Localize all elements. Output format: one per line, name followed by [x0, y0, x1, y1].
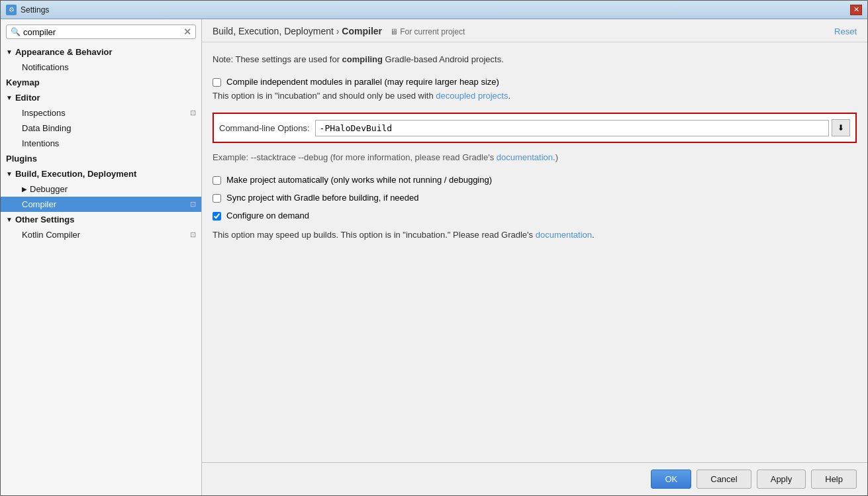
command-line-expand-button[interactable]: ⬇ — [832, 119, 850, 136]
app-icon: ⚙ — [6, 5, 17, 15]
command-line-input[interactable] — [315, 120, 829, 136]
expand-arrow-icon: ▼ — [6, 48, 13, 56]
sync-gradle-checkbox-row: Sync project with Gradle before building… — [213, 193, 857, 203]
expand-down-icon: ⬇ — [838, 123, 844, 132]
project-icon: 🖥 — [390, 27, 398, 36]
apply-button[interactable]: Apply — [757, 470, 806, 489]
sync-gradle-checkbox[interactable] — [213, 194, 221, 203]
configure-description: This option may speed up builds. This op… — [213, 228, 857, 242]
right-panel: Build, Execution, Deployment › Compiler … — [202, 19, 867, 495]
configure-on-demand-checkbox-row: Configure on demand — [213, 211, 857, 221]
expand-arrow-other-icon: ▼ — [6, 216, 13, 223]
command-line-label: Command-line Options: — [219, 123, 310, 133]
parallel-checkbox[interactable] — [213, 78, 221, 87]
sidebar-item-debugger[interactable]: ▶ Debugger — [1, 181, 201, 197]
expand-arrow-debugger-icon: ▶ — [22, 185, 27, 193]
breadcrumb: Build, Execution, Deployment › Compiler … — [213, 26, 465, 36]
command-line-section: Command-line Options: ⬇ — [213, 113, 857, 143]
footer: OK Cancel Apply Help — [202, 462, 867, 495]
configure-documentation-link[interactable]: documentation — [536, 230, 592, 240]
search-clear-button[interactable]: ✕ — [183, 26, 191, 37]
window-title: Settings — [21, 5, 49, 15]
title-bar: ⚙ Settings ✕ — [1, 1, 867, 19]
reset-button[interactable]: Reset — [834, 26, 857, 36]
breadcrumb-section: Build, Execution, Deployment — [213, 26, 334, 36]
for-project-label: 🖥 For current project — [390, 27, 465, 36]
sidebar-item-keymap[interactable]: Keymap — [1, 75, 201, 90]
incubation-text: This option is in "incubation" and shoul… — [213, 89, 857, 103]
sidebar-item-editor[interactable]: ▼ Editor — [1, 90, 201, 105]
ok-button[interactable]: OK — [651, 470, 691, 489]
make-project-checkbox[interactable] — [213, 176, 221, 185]
expand-arrow-editor-icon: ▼ — [6, 94, 13, 101]
parallel-checkbox-row: Compile independent modules in parallel … — [213, 77, 857, 87]
sidebar: 🔍 ✕ ▼ Appearance & Behavior Notification… — [1, 19, 202, 495]
sidebar-item-inspections[interactable]: Inspections ⊡ — [1, 105, 201, 121]
search-input[interactable] — [23, 27, 183, 37]
make-project-label: Make project automatically (only works w… — [226, 175, 492, 185]
settings-window: ⚙ Settings ✕ 🔍 ✕ ▼ Appearance & Behavior… — [0, 0, 868, 496]
configure-on-demand-checkbox[interactable] — [213, 212, 221, 221]
decoupled-projects-link[interactable]: decoupled projects — [436, 91, 508, 101]
compiler-sync-icon: ⊡ — [190, 200, 196, 209]
sidebar-item-data-binding[interactable]: Data Binding — [1, 121, 201, 136]
sync-gradle-label: Sync project with Gradle before building… — [226, 193, 419, 203]
parallel-label: Compile independent modules in parallel … — [226, 77, 499, 87]
sidebar-item-plugins[interactable]: Plugins — [1, 151, 201, 166]
kotlin-sync-icon: ⊡ — [190, 230, 196, 239]
breadcrumb-current: Compiler — [342, 26, 382, 36]
expand-arrow-build-icon: ▼ — [6, 170, 13, 177]
search-icon: 🔍 — [11, 27, 21, 36]
panel-body: Note: These settings are used for compil… — [202, 42, 867, 462]
example-text: Example: --stacktrace --debug (for more … — [213, 151, 857, 164]
sidebar-item-build[interactable]: ▼ Build, Execution, Deployment — [1, 166, 201, 181]
sync-icon: ⊡ — [190, 109, 196, 117]
sidebar-item-compiler[interactable]: Compiler ⊡ — [1, 197, 201, 212]
documentation-link[interactable]: documentation — [497, 152, 553, 162]
close-button[interactable]: ✕ — [850, 5, 862, 15]
make-project-checkbox-row: Make project automatically (only works w… — [213, 175, 857, 185]
sidebar-item-notifications[interactable]: Notifications — [1, 60, 201, 75]
panel-header: Build, Execution, Deployment › Compiler … — [202, 19, 867, 42]
sidebar-item-kotlin-compiler[interactable]: Kotlin Compiler ⊡ — [1, 227, 201, 242]
search-box: 🔍 ✕ — [6, 25, 196, 39]
sidebar-item-other-settings[interactable]: ▼ Other Settings — [1, 212, 201, 227]
sidebar-item-intentions[interactable]: Intentions — [1, 136, 201, 151]
configure-on-demand-label: Configure on demand — [226, 211, 309, 221]
sidebar-item-appearance[interactable]: ▼ Appearance & Behavior — [1, 44, 201, 60]
help-button[interactable]: Help — [811, 470, 857, 489]
note-text: Note: These settings are used for compil… — [213, 53, 857, 66]
main-content: 🔍 ✕ ▼ Appearance & Behavior Notification… — [1, 19, 867, 495]
cancel-button[interactable]: Cancel — [697, 470, 751, 489]
